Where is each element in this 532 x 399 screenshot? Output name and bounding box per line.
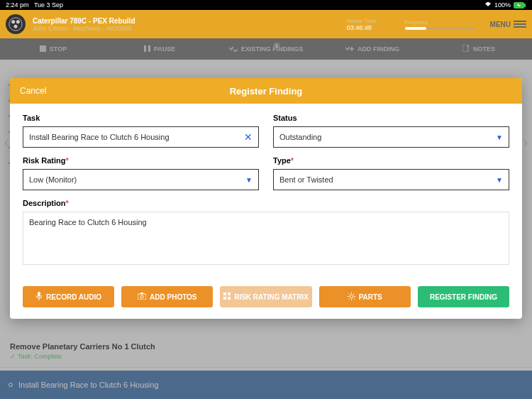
svg-point-4 <box>16 20 20 23</box>
chevron-down-icon: ▼ <box>245 176 253 184</box>
chevron-down-icon: ▼ <box>496 176 503 184</box>
svg-rect-15 <box>228 293 231 295</box>
chevron-down-icon: ▼ <box>496 133 503 141</box>
actual-time-value: 03:46:48 <box>347 24 377 31</box>
add-photos-button[interactable]: ADD PHOTOS <box>121 286 213 307</box>
task-input[interactable]: Install Bearing Race to Clutch 6 Housing… <box>23 126 259 148</box>
description-label: Description* <box>23 199 509 207</box>
svg-rect-17 <box>228 297 231 300</box>
clear-icon[interactable]: ✕ <box>244 131 253 143</box>
svg-rect-14 <box>223 293 226 295</box>
risk-matrix-button[interactable]: RISK RATING MATRIX <box>220 286 311 307</box>
svg-point-2 <box>9 18 22 31</box>
progress-label: Progress <box>405 19 476 26</box>
menu-button[interactable]: MENU <box>490 21 526 28</box>
register-finding-button[interactable]: REGISTER FINDING <box>418 286 509 307</box>
gear-icon <box>348 293 355 302</box>
status-select[interactable]: Outstanding ▼ <box>273 126 509 148</box>
status-bar: 2:24 pm Tue 3 Sep 100% <box>0 0 532 10</box>
actual-time-label: Actual Time <box>347 18 377 24</box>
type-select[interactable]: Bent or Twisted ▼ <box>273 169 509 190</box>
status-right: 100% <box>484 1 526 9</box>
risk-rating-select[interactable]: Low (Monitor) ▼ <box>23 169 259 190</box>
wifi-icon <box>484 1 492 9</box>
risk-rating-label: Risk Rating* <box>23 156 259 165</box>
parts-button[interactable]: PARTS <box>319 286 411 307</box>
svg-point-12 <box>140 295 143 298</box>
modal-title: Register Finding <box>230 86 303 97</box>
battery-percent: 100% <box>494 1 511 9</box>
app-header: Caterpillar 789C - PEX Rebuild John Citi… <box>0 10 532 38</box>
camera-icon <box>138 293 146 301</box>
hamburger-icon <box>514 21 526 28</box>
svg-rect-11 <box>138 294 146 300</box>
user-info: John Citizen - Mechanic - WO0005 <box>33 25 333 32</box>
svg-rect-16 <box>223 297 226 300</box>
description-textarea[interactable] <box>23 212 509 265</box>
svg-point-5 <box>14 25 18 28</box>
svg-rect-13 <box>140 293 143 294</box>
work-order-title: Caterpillar 789C - PEX Rebuild <box>33 17 333 25</box>
app-logo-icon <box>6 14 26 34</box>
svg-point-3 <box>11 20 15 23</box>
type-label: Type* <box>273 156 509 165</box>
modal-header: Cancel Register Finding <box>10 78 522 104</box>
cancel-button[interactable]: Cancel <box>20 86 46 96</box>
progress-bar <box>405 27 476 30</box>
svg-point-18 <box>350 295 353 297</box>
battery-icon <box>514 2 526 9</box>
status-time: 2:24 pm Tue 3 Sep <box>6 1 63 9</box>
microphone-icon <box>35 292 43 302</box>
grid-icon <box>223 293 231 301</box>
svg-rect-10 <box>38 292 40 297</box>
register-finding-modal: Cancel Register Finding Task Install Bea… <box>10 78 522 319</box>
status-label: Status <box>273 114 509 122</box>
svg-rect-1 <box>524 4 526 7</box>
task-label: Task <box>23 114 259 122</box>
record-audio-button[interactable]: RECORD AUDIO <box>23 286 114 307</box>
